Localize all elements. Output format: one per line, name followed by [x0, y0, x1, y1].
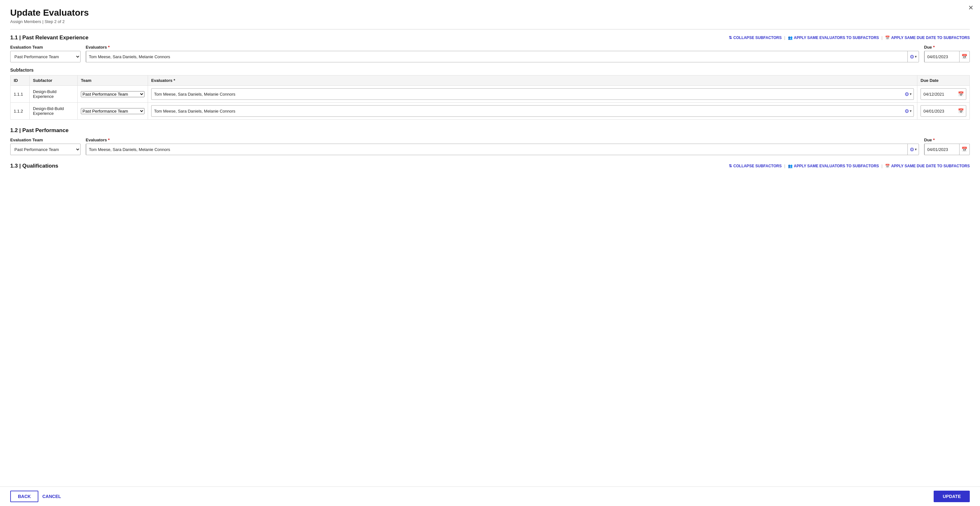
header-divider — [10, 29, 970, 29]
eval-team-label-1-1: Evaluation Team — [10, 45, 81, 49]
eval-team-group-1-1: Evaluation Team Past Performance Team Te… — [10, 45, 81, 62]
subfactors-thead-1-1: ID Subfactor Team Evaluators * Due Date — [11, 75, 970, 86]
due-wrap-1-2: 📅 — [924, 144, 970, 155]
due-group-1-1: Due * 📅 — [924, 45, 970, 62]
evaluators-input-1-1[interactable] — [86, 51, 908, 62]
subfactor-evaluators-cell-1-1-1: ⚙ ▾ — [148, 86, 917, 103]
eval-team-select-1-2[interactable]: Past Performance Team Technical Team Man… — [10, 144, 81, 155]
section-1-1-actions: ⇅ COLLAPSE SUBFACTORS | 👥 APPLY SAME EVA… — [729, 35, 970, 40]
due-label-1-2: Due * — [924, 137, 970, 142]
modal-subtitle: Assign Members | Step 2 of 2 — [10, 19, 970, 24]
subfactor-team-cell-1-1-2: Past Performance Team Technical Team Man… — [78, 103, 148, 120]
apply-evaluators-icon-1-3: 👥 — [788, 164, 793, 168]
subfactor-due-input-1-1-1[interactable] — [921, 90, 956, 99]
apply-due-label-1-1: APPLY SAME DUE DATE TO SUBFACTORS — [891, 35, 970, 40]
col-evaluators: Evaluators * — [148, 75, 917, 86]
apply-evaluators-icon-1-1: 👥 — [788, 35, 793, 40]
subfactor-id-1-1-1: 1.1.1 — [11, 86, 30, 103]
evaluators-wrap-1-1: ⚙ ▾ — [86, 51, 919, 62]
section-1-1-form-row: Evaluation Team Past Performance Team Te… — [10, 45, 970, 62]
subfactor-evaluators-input-1-1-1[interactable] — [151, 90, 903, 99]
eval-team-group-1-2: Evaluation Team Past Performance Team Te… — [10, 137, 81, 155]
subfactor-evaluators-input-1-1-2[interactable] — [151, 107, 903, 115]
modal-container: ✕ Update Evaluators Assign Members | Ste… — [0, 0, 980, 506]
collapse-icon-1-1: ⇅ — [729, 35, 732, 40]
col-subfactor: Subfactor — [30, 75, 78, 86]
table-row: 1.1.2 Design-Bid-Build Experience Past P… — [11, 103, 970, 120]
subfactor-evaluators-dropdown-icon-1-1-1[interactable]: ▾ — [910, 92, 912, 96]
apply-evaluators-label-1-1: APPLY SAME EVALUATORS TO SUBFACTORS — [794, 35, 879, 40]
subfactor-due-cell-1-1-1: 📅 — [917, 86, 970, 103]
calendar-icon-1-1[interactable]: 📅 — [959, 54, 969, 59]
subfactor-due-cell-1-1-2: 📅 — [917, 103, 970, 120]
collapse-label-1-1: COLLAPSE SUBFACTORS — [733, 35, 781, 40]
apply-due-icon-1-1: 📅 — [885, 35, 890, 40]
due-label-1-1: Due * — [924, 45, 970, 49]
due-wrap-1-1: 📅 — [924, 51, 970, 62]
section-1-3-header: 1.3 | Qualifications ⇅ COLLAPSE SUBFACTO… — [10, 163, 970, 169]
evaluators-dropdown-icon-1-1[interactable]: ▾ — [915, 54, 917, 59]
update-button[interactable]: UPDATE — [934, 491, 970, 502]
subfactor-team-select-1-1-2[interactable]: Past Performance Team Technical Team Man… — [81, 108, 145, 114]
apply-due-label-1-3: APPLY SAME DUE DATE TO SUBFACTORS — [891, 164, 970, 168]
evaluators-dropdown-icon-1-2[interactable]: ▾ — [915, 147, 917, 152]
subfactor-name-1-1-2: Design-Bid-Build Experience — [30, 103, 78, 120]
section-1-2-title: 1.2 | Past Performance — [10, 127, 68, 134]
collapse-subfactors-button-1-1[interactable]: ⇅ COLLAPSE SUBFACTORS — [729, 35, 781, 40]
collapse-icon-1-3: ⇅ — [729, 164, 732, 168]
apply-evaluators-button-1-1[interactable]: 👥 APPLY SAME EVALUATORS TO SUBFACTORS — [788, 35, 879, 40]
col-due-date: Due Date — [917, 75, 970, 86]
evaluators-wrap-1-2: ⚙ ▾ — [86, 144, 919, 155]
subfactors-label-1-1: Subfactors — [10, 67, 970, 73]
due-input-1-2[interactable] — [924, 144, 959, 155]
evaluators-label-1-1: Evaluators * — [86, 45, 919, 49]
modal-title: Update Evaluators — [10, 8, 970, 18]
apply-evaluators-button-1-3[interactable]: 👥 APPLY SAME EVALUATORS TO SUBFACTORS — [788, 164, 879, 168]
col-team: Team — [78, 75, 148, 86]
evaluators-input-1-2[interactable] — [86, 144, 908, 155]
cancel-button[interactable]: CANCEL — [42, 494, 61, 499]
apply-evaluators-label-1-3: APPLY SAME EVALUATORS TO SUBFACTORS — [794, 164, 879, 168]
due-group-1-2: Due * 📅 — [924, 137, 970, 155]
evaluators-group-1-1: Evaluators * ⚙ ▾ — [86, 45, 919, 62]
subfactor-team-cell-1-1-1: Past Performance Team Technical Team Man… — [78, 86, 148, 103]
subfactor-evaluators-dropdown-icon-1-1-2[interactable]: ▾ — [910, 109, 912, 113]
apply-due-icon-1-3: 📅 — [885, 164, 890, 168]
section-1-3-title: 1.3 | Qualifications — [10, 163, 58, 169]
section-1-3-actions: ⇅ COLLAPSE SUBFACTORS | 👥 APPLY SAME EVA… — [729, 164, 970, 168]
section-1-2: 1.2 | Past Performance Evaluation Team P… — [10, 127, 970, 155]
subfactor-evaluators-settings-icon-1-1-2[interactable]: ⚙ — [905, 108, 909, 114]
evaluators-settings-icon-1-2[interactable]: ⚙ — [910, 147, 914, 153]
col-id: ID — [11, 75, 30, 86]
subfactor-name-1-1-1: Design-Build Experience — [30, 86, 78, 103]
footer: BACK CANCEL UPDATE — [0, 487, 980, 506]
subfactor-evaluators-settings-icon-1-1-1[interactable]: ⚙ — [905, 91, 909, 97]
collapse-subfactors-button-1-3[interactable]: ⇅ COLLAPSE SUBFACTORS — [729, 164, 781, 168]
section-1-2-header: 1.2 | Past Performance — [10, 127, 970, 134]
subfactor-id-1-1-2: 1.1.2 — [11, 103, 30, 120]
subfactor-calendar-icon-1-1-1[interactable]: 📅 — [956, 91, 966, 97]
due-input-1-1[interactable] — [924, 51, 959, 62]
section-1-1-title: 1.1 | Past Relevant Experience — [10, 35, 89, 41]
section-1-3: 1.3 | Qualifications ⇅ COLLAPSE SUBFACTO… — [10, 163, 970, 169]
table-row: 1.1.1 Design-Build Experience Past Perfo… — [11, 86, 970, 103]
eval-team-select-1-1[interactable]: Past Performance Team Technical Team Man… — [10, 51, 81, 62]
subfactors-tbody-1-1: 1.1.1 Design-Build Experience Past Perfo… — [11, 86, 970, 120]
section-1-1: 1.1 | Past Relevant Experience ⇅ COLLAPS… — [10, 35, 970, 120]
section-1-2-form-row: Evaluation Team Past Performance Team Te… — [10, 137, 970, 155]
evaluators-group-1-2: Evaluators * ⚙ ▾ — [86, 137, 919, 155]
back-button[interactable]: BACK — [10, 491, 38, 502]
subfactor-team-select-1-1-1[interactable]: Past Performance Team Technical Team Man… — [81, 91, 145, 97]
subfactor-calendar-icon-1-1-2[interactable]: 📅 — [956, 108, 966, 114]
evaluators-label-1-2: Evaluators * — [86, 137, 919, 142]
subfactor-due-input-1-1-2[interactable] — [921, 107, 956, 115]
subfactors-table-1-1: ID Subfactor Team Evaluators * Due Date … — [10, 75, 970, 120]
close-button[interactable]: ✕ — [968, 4, 974, 11]
apply-due-button-1-1[interactable]: 📅 APPLY SAME DUE DATE TO SUBFACTORS — [885, 35, 970, 40]
calendar-icon-1-2[interactable]: 📅 — [959, 147, 969, 152]
eval-team-label-1-2: Evaluation Team — [10, 137, 81, 142]
section-1-1-header: 1.1 | Past Relevant Experience ⇅ COLLAPS… — [10, 35, 970, 41]
apply-due-button-1-3[interactable]: 📅 APPLY SAME DUE DATE TO SUBFACTORS — [885, 164, 970, 168]
collapse-label-1-3: COLLAPSE SUBFACTORS — [733, 164, 781, 168]
evaluators-settings-icon-1-1[interactable]: ⚙ — [910, 54, 914, 60]
